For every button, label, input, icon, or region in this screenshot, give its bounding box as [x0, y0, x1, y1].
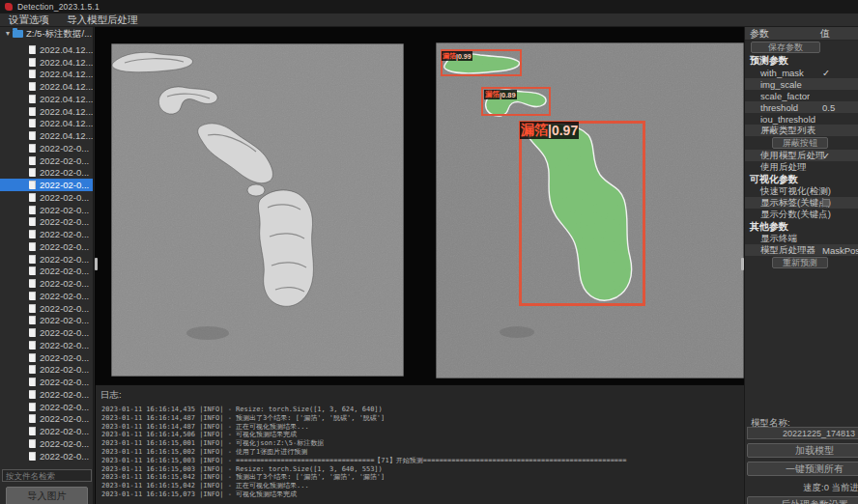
file-name: 2022-02-0... [40, 402, 89, 412]
param-row[interactable]: scale_factor [745, 90, 858, 101]
file-list-item[interactable]: 2022-02-0... [0, 326, 93, 339]
check-icon: ✓ [822, 68, 830, 78]
file-icon [29, 255, 36, 264]
predict-all-button[interactable]: 一键预测所有 [747, 462, 858, 476]
file-name: 2022-02-0... [40, 167, 89, 178]
file-list-item[interactable]: 2022-02-0... [0, 142, 93, 154]
detection-class: 漏箔 [521, 122, 548, 139]
file-list-item[interactable]: 2022-02-0... [0, 450, 93, 462]
splitter-handle-left[interactable] [95, 258, 98, 270]
filename-search-input[interactable] [2, 469, 92, 482]
file-icon [29, 45, 36, 54]
file-list-item[interactable]: 2022.04.12... [0, 80, 93, 93]
file-icon [29, 230, 36, 238]
file-list-item[interactable]: 2022-02-0... [0, 216, 93, 229]
param-value: 0.5 [822, 102, 835, 113]
file-icon [29, 427, 36, 435]
tree-root-folder[interactable]: ▾ Z:/5-标注数据/... [0, 27, 93, 41]
file-list-item[interactable]: 2022-02-0... [0, 290, 93, 302]
file-list-item[interactable]: 2022-02-0... [0, 339, 93, 351]
app-window: Detection_2023.1.5.1 设置选项 导入模型后处理 ▾ Z:/5… [0, 0, 858, 504]
param-row[interactable]: 使用模型后处理✓ [745, 150, 858, 161]
menu-import-model-postprocess[interactable]: 导入模型后处理 [67, 14, 138, 27]
load-model-button[interactable]: 加载模型 [747, 443, 858, 458]
file-list-item[interactable]: 2022-02-0... [0, 277, 93, 290]
prediction-image-view[interactable]: 漏箔|0.99漏箔|0.89漏箔|0.97 [436, 42, 744, 378]
file-list-item[interactable]: 2022.04.12... [0, 93, 93, 105]
model-name-value[interactable]: 20221225_174813 [747, 427, 858, 439]
file-icon [29, 131, 36, 140]
file-name: 2022-02-0... [40, 291, 89, 301]
file-icon [29, 58, 36, 67]
file-list-item[interactable]: 2022-02-0... [0, 240, 93, 253]
file-list-item[interactable]: 2022-02-0... [0, 154, 93, 167]
file-list-item[interactable]: 2022.04.12... [0, 43, 93, 56]
detection-score: |0.89 [500, 91, 516, 99]
file-list-item[interactable]: 2022-02-0... [0, 228, 93, 240]
param-button[interactable]: 保存参数 [751, 42, 820, 53]
file-list-item[interactable]: 2022-02-0... [0, 204, 93, 216]
file-list-item[interactable]: 2022.04.12... [0, 56, 93, 69]
checkbox[interactable] [822, 199, 830, 207]
file-list-item[interactable]: 2022-02-0... [0, 425, 93, 437]
param-row[interactable]: 显示标签(关键点) [745, 197, 858, 209]
file-name: 2022.04.12... [40, 81, 93, 92]
file-list-item[interactable]: 2022.04.12... [0, 105, 93, 118]
file-icon [29, 193, 36, 202]
param-row[interactable]: img_scale [745, 78, 858, 90]
param-row[interactable]: 显示终端 [745, 233, 858, 244]
raw-image-view[interactable] [111, 43, 404, 377]
file-icon [29, 365, 36, 374]
log-lines[interactable]: 2023-01-11 16:16:14,435 |INFO| - Resize:… [101, 406, 742, 504]
import-images-button[interactable]: 导入图片 [6, 487, 88, 504]
file-list-item[interactable]: 2022-02-0... [0, 388, 93, 401]
file-icon [29, 279, 36, 288]
param-button[interactable]: 重新预测 [772, 257, 828, 268]
file-list-item[interactable]: 2022.04.12... [0, 118, 93, 130]
param-row[interactable]: 快速可视化(检测) [745, 185, 858, 197]
file-list-item[interactable]: 2022-02-0... [0, 253, 93, 266]
file-name: 2022-02-0... [40, 426, 89, 436]
params-button-row: 重新预测 [745, 256, 858, 269]
detection-label: 漏箔|0.97 [520, 122, 579, 139]
file-list-item[interactable]: 2022-02-0... [0, 437, 93, 450]
menu-settings[interactable]: 设置选项 [9, 14, 49, 27]
file-list-item[interactable]: 2022-02-0... [0, 315, 93, 327]
param-row[interactable]: 屏蔽类型列表 [745, 125, 858, 136]
menu-bar: 设置选项 导入模型后处理 [0, 14, 858, 27]
file-name: 2022-02-0... [40, 315, 89, 325]
chevron-down-icon: ▾ [6, 30, 10, 38]
log-line: 2023-01-11 16:16:15,042 |INFO| - 正在可视化预测… [101, 482, 742, 490]
file-list-item[interactable]: 2022-02-0... [0, 167, 93, 180]
postprocess-params-button[interactable]: 后处理参数设置 [747, 496, 858, 504]
file-list-item[interactable]: 2022-02-0... [0, 179, 93, 191]
detection-label: 漏箔|0.89 [484, 90, 517, 99]
file-list-item[interactable]: 2022.04.12... [0, 69, 93, 81]
param-button[interactable]: 屏蔽按钮 [772, 137, 828, 149]
param-row[interactable]: threshold0.5 [745, 101, 858, 113]
file-name: 2022-02-0... [40, 364, 89, 375]
file-list-item[interactable]: 2022-02-0... [0, 401, 93, 413]
file-name: 2022-02-0... [40, 254, 89, 265]
params-panel: 参数 值 保存参数预测参数with_mask✓img_scalescale_fa… [744, 27, 858, 504]
file-list-item[interactable]: 2022-02-0... [0, 191, 93, 204]
param-row[interactable]: 使用后处理 [745, 161, 858, 173]
file-name: 2022-02-0... [40, 352, 89, 363]
file-list-item[interactable]: 2022.04.12... [0, 129, 93, 142]
file-name: 2022-02-0... [40, 205, 89, 215]
file-list-item[interactable]: 2022-02-0... [0, 266, 93, 278]
file-list-item[interactable]: 2022-02-0... [0, 302, 93, 315]
file-list-item[interactable]: 2022-02-0... [0, 413, 93, 426]
param-row[interactable]: iou_threshold [745, 113, 858, 125]
log-line: 2023-01-11 16:16:15,042 |INFO| - 预测出了3个结… [101, 473, 742, 482]
file-list-item[interactable]: 2022-02-0... [0, 351, 93, 364]
file-icon [29, 82, 36, 91]
file-icon [29, 403, 36, 411]
param-row[interactable]: 显示分数(关键点) [745, 209, 858, 220]
file-name: 2022.04.12... [40, 69, 93, 79]
file-list-item[interactable]: 2022-02-0... [0, 364, 93, 377]
file-icon [29, 181, 36, 189]
param-row[interactable]: with_mask✓ [745, 67, 858, 78]
file-list-item[interactable]: 2022-02-0... [0, 376, 93, 388]
param-row[interactable]: 模型后处理器MaskPostPro [745, 244, 858, 256]
